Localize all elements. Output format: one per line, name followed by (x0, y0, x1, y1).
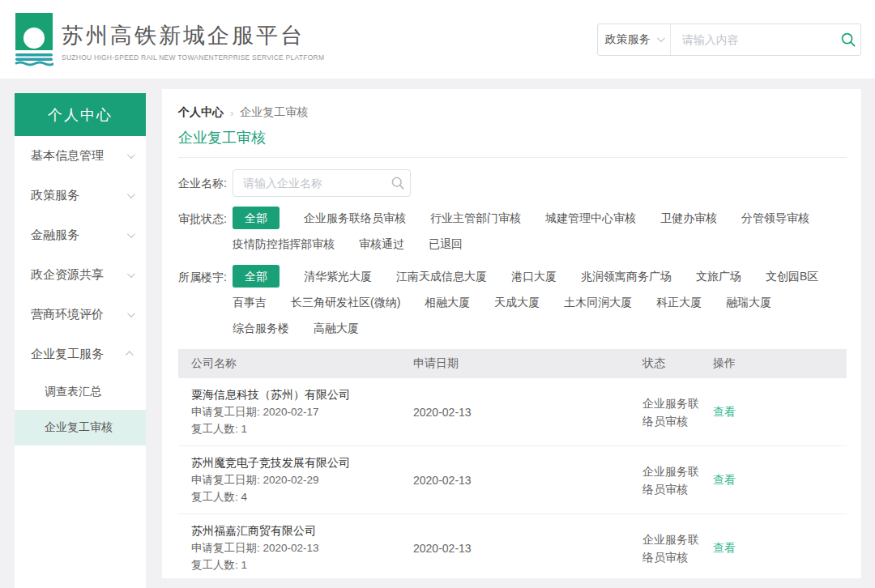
search-icon[interactable] (837, 32, 860, 48)
sidebar-item[interactable]: 政策服务 (15, 176, 146, 215)
sidebar-item[interactable]: 企业复工服务 (15, 334, 146, 374)
table-column-header: 公司名称 (178, 356, 413, 371)
review-table: 公司名称申请日期状态操作 粟海信息科技（苏州）有限公司申请复工日期: 2020-… (178, 349, 847, 578)
sidebar-item-label: 政策服务 (31, 188, 79, 203)
sidebar-item-label: 金融服务 (31, 228, 79, 243)
company-search-icon[interactable] (385, 169, 411, 197)
table-column-header: 操作 (713, 356, 847, 371)
status-chip[interactable]: 城建管理中心审核 (545, 207, 636, 229)
sidebar-item-label: 营商环境评价 (31, 307, 104, 322)
brand: 苏州高铁新城企服平台 SUZHOU HIGH-SPEED RAIL NEW TO… (15, 13, 324, 66)
content-area: 个人中心 基本信息管理政策服务金融服务政企资源共享营商环境评价企业复工服务调查表… (0, 79, 875, 588)
sidebar-item[interactable]: 基本信息管理 (15, 136, 146, 176)
status-cell: 企业服务联络员审核 (642, 462, 713, 498)
breadcrumb-root[interactable]: 个人中心 (178, 105, 224, 120)
building-options: 全部清华紫光大厦江南天成信息大厦港口大厦兆润领寓商务广场文旅广场文创园B区百事吉… (233, 265, 847, 339)
company-name-filter: 企业名称: (178, 169, 847, 197)
building-chip[interactable]: 港口大厦 (511, 265, 557, 288)
chevron-down-icon (127, 151, 135, 159)
action-cell: 查看 (713, 540, 847, 556)
company-name: 苏州魔竞电子竞技发展有限公司 (191, 454, 413, 471)
building-chip[interactable]: 土木同润大厦 (564, 291, 632, 313)
apply-date-cell: 2020-02-13 (413, 542, 642, 555)
building-chip[interactable]: 清华紫光大厦 (304, 265, 372, 288)
building-chip[interactable]: 综合服务楼 (233, 317, 289, 339)
page-title: 企业复工审核 (178, 128, 847, 147)
building-chip[interactable]: 天成大厦 (494, 291, 540, 313)
header-search: 政策服务 (597, 23, 861, 56)
status-cell: 企业服务联络员审核 (642, 394, 713, 430)
building-chip[interactable]: 文旅广场 (696, 265, 741, 288)
sidebar-item[interactable]: 政企资源共享 (15, 255, 146, 295)
apply-date-cell: 2020-02-13 (413, 474, 642, 487)
resume-date-line: 申请复工日期: 2020-02-17 (191, 403, 413, 420)
view-link[interactable]: 查看 (713, 473, 736, 486)
sidebar-item-label: 基本信息管理 (31, 148, 104, 164)
brand-title: 苏州高铁新城企服平台 (62, 21, 324, 50)
status-filter-label: 审批状态: (178, 207, 233, 231)
header-search-input[interactable] (671, 24, 837, 55)
breadcrumb: 个人中心 › 企业复工审核 (178, 89, 847, 120)
view-link[interactable]: 查看 (713, 405, 736, 418)
building-chip[interactable]: 百事吉 (233, 291, 267, 313)
building-chip[interactable]: 长三角研发社区(微纳) (291, 291, 400, 313)
resume-date-line: 申请复工日期: 2020-02-13 (191, 539, 413, 556)
building-chip[interactable]: 文创园B区 (766, 265, 818, 288)
building-chip[interactable]: 相融大厦 (425, 291, 470, 313)
status-options: 全部企业服务联络员审核行业主管部门审核城建管理中心审核卫健办审核分管领导审核疫情… (233, 207, 847, 255)
building-chip[interactable]: 全部 (233, 265, 280, 288)
workers-line: 复工人数: 1 (191, 420, 413, 437)
chevron-down-icon (127, 270, 135, 278)
table-body: 粟海信息科技（苏州）有限公司申请复工日期: 2020-02-17复工人数: 12… (178, 378, 847, 578)
company-name-label: 企业名称: (178, 169, 233, 197)
status-chip[interactable]: 疫情防控指挥部审核 (233, 232, 335, 255)
view-link[interactable]: 查看 (713, 541, 736, 554)
status-chip[interactable]: 卫健办审核 (660, 207, 717, 229)
resume-date-line: 申请复工日期: 2020-02-29 (191, 471, 413, 488)
building-chip[interactable]: 融瑞大厦 (726, 291, 771, 313)
chevron-down-icon (127, 309, 135, 317)
company-name: 苏州福嘉汇商贸有限公司 (191, 522, 413, 539)
building-filter: 所属楼宇: 全部清华紫光大厦江南天成信息大厦港口大厦兆润领寓商务广场文旅广场文创… (178, 265, 847, 339)
breadcrumb-current: 企业复工审核 (240, 105, 308, 120)
sidebar-subitem[interactable]: 企业复工审核 (15, 410, 146, 445)
chevron-down-icon (127, 190, 135, 198)
building-chip[interactable]: 江南天成信息大厦 (396, 265, 487, 288)
company-cell: 苏州魔竞电子竞技发展有限公司申请复工日期: 2020-02-29复工人数: 4 (178, 454, 413, 505)
sidebar-item[interactable]: 金融服务 (15, 215, 146, 255)
chevron-up-icon (126, 351, 134, 359)
building-chip[interactable]: 高融大厦 (314, 317, 359, 339)
sidebar-subitem[interactable]: 调查表汇总 (15, 374, 146, 410)
workers-line: 复工人数: 4 (191, 488, 413, 505)
status-chip[interactable]: 行业主管部门审核 (430, 207, 521, 229)
status-chip[interactable]: 审核通过 (359, 232, 404, 255)
chevron-down-icon (657, 34, 665, 42)
app-header: 苏州高铁新城企服平台 SUZHOU HIGH-SPEED RAIL NEW TO… (0, 0, 875, 79)
building-filter-label: 所属楼宇: (178, 265, 233, 289)
search-category-select[interactable]: 政策服务 (598, 24, 671, 55)
building-chip[interactable]: 兆润领寓商务广场 (581, 265, 672, 288)
table-row: 苏州魔竞电子竞技发展有限公司申请复工日期: 2020-02-29复工人数: 42… (178, 446, 847, 514)
apply-date-cell: 2020-02-13 (413, 406, 642, 419)
company-name-input[interactable] (233, 169, 411, 197)
sidebar-item-label: 政企资源共享 (31, 267, 104, 283)
status-chip[interactable]: 已退回 (429, 232, 463, 255)
workers-line: 复工人数: 1 (191, 556, 413, 573)
status-chip[interactable]: 全部 (233, 207, 280, 229)
sidebar-menu: 基本信息管理政策服务金融服务政企资源共享营商环境评价企业复工服务调查表汇总企业复… (15, 136, 146, 445)
status-filter: 审批状态: 全部企业服务联络员审核行业主管部门审核城建管理中心审核卫健办审核分管… (178, 207, 847, 255)
platform-logo-icon (15, 13, 53, 66)
sidebar-item[interactable]: 营商环境评价 (15, 295, 146, 334)
status-chip[interactable]: 分管领导审核 (741, 207, 809, 229)
company-name: 粟海信息科技（苏州）有限公司 (191, 386, 413, 403)
table-column-header: 状态 (642, 356, 713, 371)
building-chip[interactable]: 科正大厦 (656, 291, 702, 313)
status-chip[interactable]: 企业服务联络员审核 (304, 207, 406, 229)
table-row: 粟海信息科技（苏州）有限公司申请复工日期: 2020-02-17复工人数: 12… (178, 378, 847, 446)
chevron-down-icon (127, 230, 135, 238)
search-category-value: 政策服务 (605, 32, 651, 47)
action-cell: 查看 (713, 404, 847, 420)
company-cell: 苏州福嘉汇商贸有限公司申请复工日期: 2020-02-13复工人数: 1 (178, 522, 413, 573)
page: 苏州高铁新城企服平台 SUZHOU HIGH-SPEED RAIL NEW TO… (0, 0, 875, 588)
sidebar-header[interactable]: 个人中心 (15, 93, 146, 136)
